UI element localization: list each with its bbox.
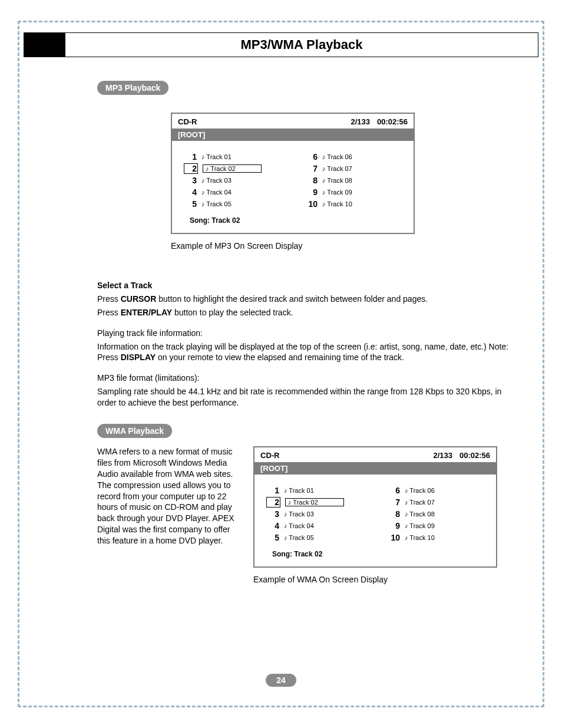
title-bar: MP3/WMA Playback bbox=[24, 32, 538, 57]
osd-left-column: 1♪ Track 01 2♪ Track 02 3♪ Track 03 4♪ T… bbox=[184, 151, 281, 210]
note-icon: ♪ bbox=[288, 499, 292, 506]
osd-disc-type: CD-R bbox=[178, 117, 197, 126]
track-label: ♪ Track 03 bbox=[284, 510, 314, 518]
track-num: 8 bbox=[387, 509, 400, 519]
track-label: ♪ Track 08 bbox=[405, 510, 435, 518]
track-num: 8 bbox=[305, 176, 318, 185]
track-num: 6 bbox=[305, 152, 318, 162]
track-num: 10 bbox=[305, 199, 318, 209]
mp3-limit-text: Sampling rate should be 44.1 kHz and bit… bbox=[97, 386, 515, 409]
note-icon: ♪ bbox=[284, 522, 287, 529]
note-icon: ♪ bbox=[322, 165, 326, 172]
osd-disc-type: CD-R bbox=[260, 451, 280, 460]
select-track-heading: Select a Track bbox=[97, 280, 515, 291]
track-label: ♪ Track 09 bbox=[405, 522, 435, 529]
note-icon: ♪ bbox=[322, 189, 326, 196]
track-num: 1 bbox=[266, 486, 279, 495]
osd-right-column: 6♪ Track 06 7♪ Track 07 8♪ Track 08 9♪ T… bbox=[305, 151, 402, 210]
mp3-caption: Example of MP3 On Screen Display bbox=[171, 241, 538, 251]
section-heading-mp3: MP3 Playback bbox=[97, 81, 168, 95]
track-label: ♪ Track 04 bbox=[284, 522, 314, 529]
track-label: ♪ Track 10 bbox=[322, 200, 352, 207]
note-icon: ♪ bbox=[201, 177, 205, 184]
note-icon: ♪ bbox=[322, 153, 326, 160]
osd-root-folder: [ROOT] bbox=[254, 462, 496, 475]
note-icon: ♪ bbox=[201, 153, 205, 160]
track-num: 6 bbox=[387, 486, 400, 495]
osd-left-column: 1♪ Track 01 2♪ Track 02 3♪ Track 03 4♪ T… bbox=[266, 485, 363, 544]
wma-osd: CD-R 2/133 00:02:56 [ROOT] 1♪ Track 01 2… bbox=[253, 446, 497, 568]
note-icon: ♪ bbox=[201, 189, 205, 196]
page-title: MP3/WMA Playback bbox=[65, 33, 538, 57]
note-icon: ♪ bbox=[405, 522, 408, 529]
track-label: ♪ Track 10 bbox=[405, 534, 435, 541]
track-label: ♪ Track 01 bbox=[284, 487, 314, 494]
track-num: 9 bbox=[387, 521, 400, 531]
track-num: 7 bbox=[387, 498, 400, 507]
track-info-heading: Playing track file information: bbox=[97, 328, 515, 339]
osd-current-song: Song: Track 02 bbox=[254, 550, 496, 566]
track-num-selected: 2 bbox=[184, 163, 198, 174]
note-icon: ♪ bbox=[322, 177, 326, 184]
note-icon: ♪ bbox=[405, 487, 408, 494]
wma-caption: Example of WMA On Screen Display bbox=[253, 575, 497, 584]
note-icon: ♪ bbox=[284, 534, 287, 541]
track-num: 10 bbox=[387, 533, 400, 542]
note-icon: ♪ bbox=[206, 165, 209, 172]
note-icon: ♪ bbox=[405, 510, 408, 518]
osd-root-folder: [ROOT] bbox=[172, 129, 414, 141]
mp3-osd: CD-R 2/133 00:02:56 [ROOT] 1♪ Track 01 2… bbox=[171, 113, 415, 234]
track-label: ♪ Track 04 bbox=[201, 189, 232, 196]
track-num-selected: 2 bbox=[266, 497, 280, 508]
note-icon: ♪ bbox=[201, 200, 205, 207]
track-num: 4 bbox=[184, 187, 197, 197]
track-num: 5 bbox=[266, 533, 279, 542]
osd-time: 00:02:56 bbox=[459, 451, 490, 460]
track-label: ♪ Track 05 bbox=[201, 200, 232, 207]
track-label: ♪ Track 05 bbox=[284, 534, 314, 541]
track-num: 3 bbox=[266, 509, 279, 519]
osd-track-counter: 2/133 bbox=[351, 117, 370, 126]
osd-time: 00:02:56 bbox=[377, 117, 408, 126]
title-black-box bbox=[24, 33, 65, 57]
page-number: 24 bbox=[266, 674, 296, 687]
note-icon: ♪ bbox=[284, 510, 287, 518]
section-heading-wma: WMA Playback bbox=[97, 424, 172, 438]
track-label: ♪ Track 07 bbox=[405, 499, 435, 506]
note-icon: ♪ bbox=[405, 534, 408, 541]
note-icon: ♪ bbox=[322, 200, 326, 207]
track-label: ♪ Track 08 bbox=[322, 177, 352, 184]
track-num: 4 bbox=[266, 521, 279, 531]
track-num: 9 bbox=[305, 187, 318, 197]
track-label-selected: ♪ Track 02 bbox=[203, 164, 262, 173]
note-icon: ♪ bbox=[284, 487, 287, 494]
osd-current-song: Song: Track 02 bbox=[172, 216, 414, 233]
track-label: ♪ Track 09 bbox=[322, 189, 352, 196]
track-num: 1 bbox=[184, 152, 197, 162]
instruction-enter: Press ENTER/PLAY button to play the sele… bbox=[97, 307, 515, 318]
track-label-selected: ♪ Track 02 bbox=[285, 498, 344, 506]
track-label: ♪ Track 06 bbox=[405, 487, 435, 494]
track-num: 5 bbox=[184, 199, 197, 209]
track-label: ♪ Track 03 bbox=[201, 177, 232, 184]
track-info-text: Information on the track playing will be… bbox=[97, 341, 515, 364]
mp3-limit-heading: MP3 file format (limitations): bbox=[97, 373, 515, 384]
instruction-cursor: Press CURSOR button to highlight the des… bbox=[97, 294, 515, 305]
note-icon: ♪ bbox=[405, 499, 408, 506]
track-num: 3 bbox=[184, 176, 197, 185]
track-label: ♪ Track 06 bbox=[322, 153, 352, 160]
wma-description: WMA refers to a new format of music file… bbox=[97, 446, 242, 584]
osd-right-column: 6♪ Track 06 7♪ Track 07 8♪ Track 08 9♪ T… bbox=[387, 485, 484, 544]
osd-track-counter: 2/133 bbox=[433, 451, 452, 460]
track-label: ♪ Track 01 bbox=[201, 153, 232, 160]
track-num: 7 bbox=[305, 164, 318, 173]
track-label: ♪ Track 07 bbox=[322, 165, 352, 172]
